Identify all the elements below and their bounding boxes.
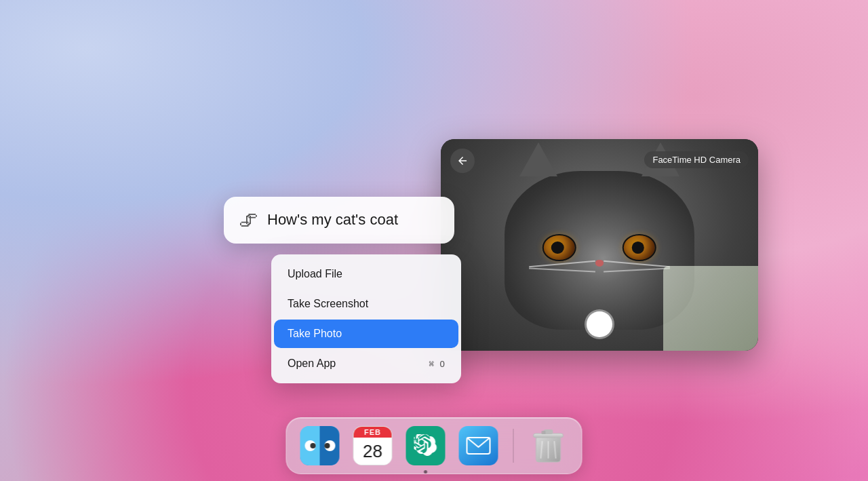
paperclip-icon: 🖇 — [239, 209, 258, 231]
shutter-button[interactable] — [587, 311, 612, 337]
menu-item-take-photo[interactable]: Take Photo — [274, 320, 458, 348]
back-arrow-icon — [456, 155, 469, 167]
menu-item-open-app[interactable]: Open App ⌘ O — [274, 349, 458, 378]
dropdown-menu: Upload File Take Screenshot Take Photo O… — [271, 254, 461, 383]
mail-icon — [459, 426, 498, 465]
dock-item-chatgpt[interactable] — [405, 425, 447, 467]
menu-item-take-screenshot[interactable]: Take Screenshot — [274, 290, 458, 318]
dock-separator — [513, 429, 514, 463]
calendar-month: FEB — [364, 428, 381, 436]
dock-item-calendar[interactable]: FEB 28 — [352, 425, 394, 467]
chatgpt-logo-icon — [414, 434, 437, 457]
menu-item-label: Take Screenshot — [288, 298, 368, 310]
camera-background: FaceTime HD Camera — [441, 139, 758, 351]
camera-back-button[interactable] — [450, 149, 475, 173]
calendar-day: 28 — [363, 441, 382, 462]
camera-view: FaceTime HD Camera — [441, 139, 758, 351]
cam-background-blur — [663, 266, 758, 351]
menu-item-label: Upload File — [288, 268, 342, 280]
whisker-right-2 — [604, 267, 670, 272]
mail-envelope-icon — [467, 437, 491, 455]
dock-item-mail[interactable] — [458, 425, 500, 467]
dock-item-finder[interactable] — [299, 425, 341, 467]
input-text: How's my cat's coat — [267, 210, 398, 230]
dock: FEB 28 — [286, 417, 583, 474]
cat-nose — [595, 260, 604, 267]
ear-left — [519, 142, 557, 176]
calendar-icon: FEB 28 — [353, 426, 393, 465]
menu-item-upload-file[interactable]: Upload File — [274, 260, 458, 288]
cat-eye-left — [542, 234, 576, 261]
camera-label: FaceTime HD Camera — [644, 151, 749, 168]
svg-rect-7 — [542, 431, 546, 434]
trash-can-icon — [532, 427, 565, 465]
whisker-left-2 — [529, 267, 595, 272]
dock-dot-chatgpt — [424, 470, 427, 474]
input-card: 🖇 How's my cat's coat — [224, 197, 454, 244]
menu-item-label: Take Photo — [288, 328, 342, 340]
dock-item-trash[interactable] — [528, 425, 570, 467]
cat-eye-right — [623, 234, 656, 261]
trash-icon — [529, 426, 568, 465]
finder-icon — [300, 426, 340, 465]
cat-eyes — [542, 234, 656, 261]
chatgpt-icon — [406, 426, 446, 465]
menu-item-label: Open App — [288, 358, 336, 370]
menu-item-shortcut: ⌘ O — [429, 359, 445, 369]
